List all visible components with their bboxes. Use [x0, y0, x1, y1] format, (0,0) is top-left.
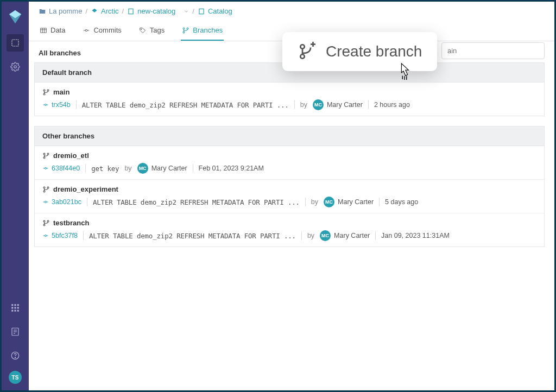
divider — [87, 198, 87, 206]
commit-hash-link[interactable]: trx54b — [42, 101, 71, 109]
tab-commits[interactable]: Commits — [81, 21, 122, 41]
svg-marker-0 — [9, 10, 22, 18]
author-name: Mary Carter — [338, 198, 374, 206]
commit-author: MC Mary Carter — [320, 230, 370, 241]
by-label: by — [307, 232, 314, 239]
by-label: by — [311, 198, 318, 206]
author-name: Mary Carter — [151, 165, 187, 172]
user-avatar[interactable]: TS — [9, 371, 22, 384]
docs-icon[interactable] — [7, 323, 24, 340]
svg-rect-2 — [12, 40, 18, 46]
branch-name: main — [53, 88, 70, 96]
commit-message: ALTER TABLE demo_zip2 REFRESH METADATA F… — [82, 101, 289, 109]
nav-datasets-icon[interactable] — [7, 34, 24, 52]
commit-hash-link[interactable]: 5bfc37f8 — [42, 232, 78, 239]
settings-icon[interactable] — [7, 58, 24, 75]
cursor-icon — [396, 62, 413, 81]
breadcrumb-separator: / — [192, 7, 194, 15]
apps-icon[interactable] — [7, 299, 24, 317]
commit-author: MC Mary Carter — [324, 197, 374, 207]
commit-message: ALTER TABLE demo_zip2 REFRESH METADATA F… — [93, 198, 300, 206]
svg-rect-12 — [17, 310, 19, 312]
by-label: by — [300, 101, 307, 109]
branch-plus-icon — [298, 42, 317, 61]
branch-row[interactable]: main trx54b ALTER TABLE demo_zip2 REFRES… — [35, 83, 544, 116]
svg-point-40 — [43, 157, 45, 159]
svg-point-36 — [45, 104, 47, 106]
divider — [379, 198, 380, 206]
breadcrumb-catalog-name[interactable]: new-catalog — [127, 7, 189, 15]
branch-icon — [42, 152, 50, 160]
breadcrumb-root[interactable]: La pomme — [39, 7, 82, 15]
branch-row[interactable]: testbranch 5bfc37f8 ALTER TABLE demo_zip… — [35, 213, 544, 246]
svg-rect-20 — [129, 9, 133, 14]
tab-commits-label: Commits — [93, 26, 121, 34]
svg-point-32 — [187, 28, 188, 29]
svg-rect-4 — [11, 304, 13, 306]
commit-hash: trx54b — [52, 101, 71, 109]
other-branches-list: dremio_etl 638f44e0 get key by MC Mary C… — [34, 146, 545, 247]
default-branch-list: main trx54b ALTER TABLE demo_zip2 REFRES… — [34, 83, 545, 116]
svg-point-30 — [183, 28, 185, 29]
svg-rect-21 — [199, 9, 204, 14]
help-icon[interactable] — [7, 347, 24, 364]
divider — [305, 198, 306, 206]
svg-point-41 — [47, 153, 49, 155]
branch-icon — [182, 27, 189, 34]
svg-rect-5 — [15, 304, 16, 306]
svg-point-3 — [14, 66, 17, 68]
commit-hash-link[interactable]: 638f44e0 — [42, 165, 80, 172]
breadcrumb-catalog[interactable]: Catalog — [198, 7, 232, 15]
commit-author: MC Mary Carter — [137, 163, 187, 174]
divider — [294, 100, 295, 109]
commit-time: 2 hours ago — [374, 101, 410, 109]
svg-point-52 — [43, 224, 45, 226]
svg-point-58 — [300, 54, 305, 59]
branch-row[interactable]: dremio_experiment 3ab021bc ALTER TABLE d… — [35, 179, 544, 213]
author-avatar: MC — [320, 230, 331, 241]
svg-point-46 — [43, 191, 45, 192]
tab-tags[interactable]: Tags — [138, 21, 166, 41]
grid-icon — [40, 27, 47, 34]
svg-rect-6 — [17, 304, 19, 306]
tab-branches[interactable]: Branches — [181, 21, 224, 41]
branches-content: All branches Default branch main trx54b … — [29, 41, 554, 247]
create-branch-button[interactable]: Create branch — [282, 32, 437, 71]
commit-time: Jan 09, 2023 11:31AM — [381, 232, 450, 239]
commit-hash: 638f44e0 — [52, 165, 80, 172]
branch-name: dremio_etl — [53, 151, 89, 160]
by-label: by — [124, 165, 131, 172]
svg-point-53 — [47, 220, 49, 222]
divider — [375, 231, 376, 240]
commit-hash: 3ab021bc — [52, 198, 81, 206]
branch-row[interactable]: dremio_etl 638f44e0 get key by MC Mary C… — [35, 146, 544, 179]
svg-point-34 — [43, 93, 45, 95]
author-name: Mary Carter — [334, 232, 370, 239]
commit-time: 5 days ago — [385, 198, 418, 206]
logo-icon — [7, 8, 23, 24]
author-avatar: MC — [324, 197, 334, 207]
commit-hash-link[interactable]: 3ab021bc — [42, 198, 81, 206]
divider — [301, 231, 302, 240]
breadcrumb-separator: / — [122, 7, 124, 15]
svg-point-18 — [15, 357, 15, 358]
commit-icon — [42, 165, 49, 172]
commit-message: get key — [91, 165, 119, 173]
breadcrumb-arctic[interactable]: Arctic — [91, 7, 119, 15]
search-input[interactable] — [441, 42, 545, 59]
book-icon — [198, 8, 205, 15]
other-branches-header: Other branches — [34, 126, 545, 146]
breadcrumb-arctic-label: Arctic — [101, 7, 119, 15]
breadcrumb-catalog-name-label: new-catalog — [137, 7, 175, 15]
svg-point-48 — [45, 201, 47, 203]
commit-author: MC Mary Carter — [313, 99, 363, 110]
svg-rect-8 — [15, 307, 16, 309]
sidebar: TS — [2, 2, 29, 390]
tab-data[interactable]: Data — [39, 21, 66, 41]
author-avatar: MC — [137, 163, 148, 174]
branch-icon — [42, 219, 50, 227]
author-avatar: MC — [313, 99, 324, 110]
svg-rect-9 — [17, 307, 19, 309]
svg-point-31 — [183, 31, 185, 33]
svg-point-42 — [45, 168, 47, 169]
